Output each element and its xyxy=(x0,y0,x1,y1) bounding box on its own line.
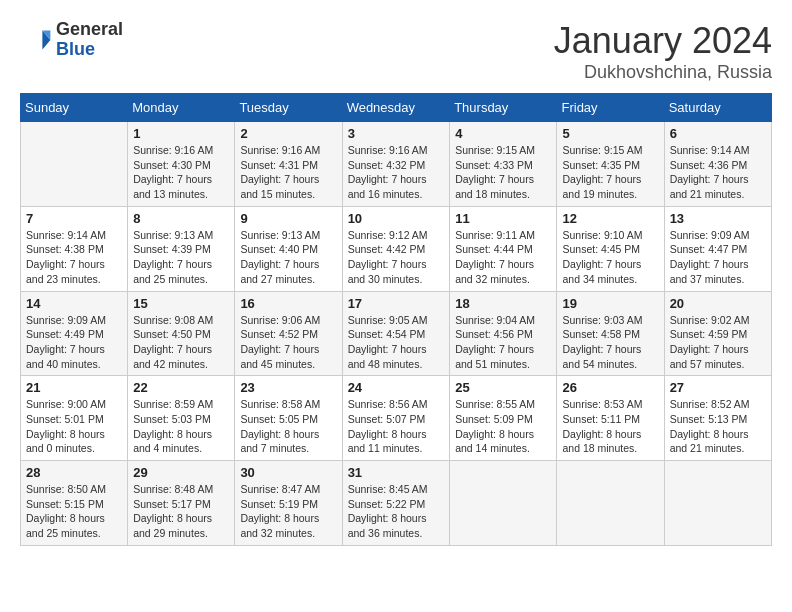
day-number: 23 xyxy=(240,380,336,395)
day-number: 5 xyxy=(562,126,658,141)
day-info: Sunrise: 8:52 AMSunset: 5:13 PMDaylight:… xyxy=(670,397,766,456)
calendar-week-row: 7Sunrise: 9:14 AMSunset: 4:38 PMDaylight… xyxy=(21,206,772,291)
calendar-cell: 12Sunrise: 9:10 AMSunset: 4:45 PMDayligh… xyxy=(557,206,664,291)
day-info: Sunrise: 9:08 AMSunset: 4:50 PMDaylight:… xyxy=(133,313,229,372)
day-number: 22 xyxy=(133,380,229,395)
day-of-week-header: Sunday xyxy=(21,94,128,122)
calendar-cell: 13Sunrise: 9:09 AMSunset: 4:47 PMDayligh… xyxy=(664,206,771,291)
logo-blue-text: Blue xyxy=(56,39,95,59)
day-number: 7 xyxy=(26,211,122,226)
day-info: Sunrise: 9:13 AMSunset: 4:40 PMDaylight:… xyxy=(240,228,336,287)
calendar-cell: 3Sunrise: 9:16 AMSunset: 4:32 PMDaylight… xyxy=(342,122,450,207)
calendar-cell: 21Sunrise: 9:00 AMSunset: 5:01 PMDayligh… xyxy=(21,376,128,461)
day-number: 15 xyxy=(133,296,229,311)
day-number: 27 xyxy=(670,380,766,395)
day-info: Sunrise: 8:56 AMSunset: 5:07 PMDaylight:… xyxy=(348,397,445,456)
calendar-cell: 18Sunrise: 9:04 AMSunset: 4:56 PMDayligh… xyxy=(450,291,557,376)
calendar-week-row: 21Sunrise: 9:00 AMSunset: 5:01 PMDayligh… xyxy=(21,376,772,461)
day-info: Sunrise: 9:06 AMSunset: 4:52 PMDaylight:… xyxy=(240,313,336,372)
calendar-week-row: 14Sunrise: 9:09 AMSunset: 4:49 PMDayligh… xyxy=(21,291,772,376)
day-info: Sunrise: 8:48 AMSunset: 5:17 PMDaylight:… xyxy=(133,482,229,541)
calendar-cell: 20Sunrise: 9:02 AMSunset: 4:59 PMDayligh… xyxy=(664,291,771,376)
logo-icon xyxy=(20,24,52,56)
day-number: 4 xyxy=(455,126,551,141)
day-number: 14 xyxy=(26,296,122,311)
day-of-week-header: Tuesday xyxy=(235,94,342,122)
calendar-cell: 4Sunrise: 9:15 AMSunset: 4:33 PMDaylight… xyxy=(450,122,557,207)
page-header: General Blue January 2024 Dukhovshchina,… xyxy=(20,20,772,83)
day-number: 29 xyxy=(133,465,229,480)
day-number: 25 xyxy=(455,380,551,395)
calendar-cell xyxy=(664,461,771,546)
calendar-cell: 9Sunrise: 9:13 AMSunset: 4:40 PMDaylight… xyxy=(235,206,342,291)
calendar-cell xyxy=(450,461,557,546)
day-number: 31 xyxy=(348,465,445,480)
header-row: SundayMondayTuesdayWednesdayThursdayFrid… xyxy=(21,94,772,122)
day-of-week-header: Monday xyxy=(128,94,235,122)
calendar-cell xyxy=(21,122,128,207)
logo-general-text: General xyxy=(56,19,123,39)
logo-text: General Blue xyxy=(56,20,123,60)
calendar-cell: 24Sunrise: 8:56 AMSunset: 5:07 PMDayligh… xyxy=(342,376,450,461)
calendar-location: Dukhovshchina, Russia xyxy=(554,62,772,83)
day-info: Sunrise: 8:55 AMSunset: 5:09 PMDaylight:… xyxy=(455,397,551,456)
day-info: Sunrise: 8:47 AMSunset: 5:19 PMDaylight:… xyxy=(240,482,336,541)
day-of-week-header: Saturday xyxy=(664,94,771,122)
calendar-cell: 28Sunrise: 8:50 AMSunset: 5:15 PMDayligh… xyxy=(21,461,128,546)
day-number: 13 xyxy=(670,211,766,226)
calendar-cell: 17Sunrise: 9:05 AMSunset: 4:54 PMDayligh… xyxy=(342,291,450,376)
logo: General Blue xyxy=(20,20,123,60)
calendar-cell xyxy=(557,461,664,546)
calendar-cell: 5Sunrise: 9:15 AMSunset: 4:35 PMDaylight… xyxy=(557,122,664,207)
day-number: 12 xyxy=(562,211,658,226)
day-info: Sunrise: 9:14 AMSunset: 4:36 PMDaylight:… xyxy=(670,143,766,202)
day-number: 2 xyxy=(240,126,336,141)
day-info: Sunrise: 9:13 AMSunset: 4:39 PMDaylight:… xyxy=(133,228,229,287)
calendar-cell: 8Sunrise: 9:13 AMSunset: 4:39 PMDaylight… xyxy=(128,206,235,291)
day-info: Sunrise: 9:14 AMSunset: 4:38 PMDaylight:… xyxy=(26,228,122,287)
day-number: 6 xyxy=(670,126,766,141)
calendar-table: SundayMondayTuesdayWednesdayThursdayFrid… xyxy=(20,93,772,546)
day-info: Sunrise: 9:16 AMSunset: 4:31 PMDaylight:… xyxy=(240,143,336,202)
calendar-cell: 16Sunrise: 9:06 AMSunset: 4:52 PMDayligh… xyxy=(235,291,342,376)
calendar-cell: 14Sunrise: 9:09 AMSunset: 4:49 PMDayligh… xyxy=(21,291,128,376)
calendar-cell: 15Sunrise: 9:08 AMSunset: 4:50 PMDayligh… xyxy=(128,291,235,376)
day-info: Sunrise: 9:12 AMSunset: 4:42 PMDaylight:… xyxy=(348,228,445,287)
title-block: January 2024 Dukhovshchina, Russia xyxy=(554,20,772,83)
day-info: Sunrise: 9:05 AMSunset: 4:54 PMDaylight:… xyxy=(348,313,445,372)
calendar-cell: 2Sunrise: 9:16 AMSunset: 4:31 PMDaylight… xyxy=(235,122,342,207)
day-number: 17 xyxy=(348,296,445,311)
calendar-cell: 7Sunrise: 9:14 AMSunset: 4:38 PMDaylight… xyxy=(21,206,128,291)
day-number: 16 xyxy=(240,296,336,311)
day-number: 18 xyxy=(455,296,551,311)
day-number: 8 xyxy=(133,211,229,226)
day-info: Sunrise: 9:15 AMSunset: 4:33 PMDaylight:… xyxy=(455,143,551,202)
day-number: 11 xyxy=(455,211,551,226)
calendar-cell: 29Sunrise: 8:48 AMSunset: 5:17 PMDayligh… xyxy=(128,461,235,546)
day-info: Sunrise: 9:16 AMSunset: 4:30 PMDaylight:… xyxy=(133,143,229,202)
calendar-cell: 31Sunrise: 8:45 AMSunset: 5:22 PMDayligh… xyxy=(342,461,450,546)
calendar-title: January 2024 xyxy=(554,20,772,62)
day-info: Sunrise: 9:16 AMSunset: 4:32 PMDaylight:… xyxy=(348,143,445,202)
calendar-cell: 22Sunrise: 8:59 AMSunset: 5:03 PMDayligh… xyxy=(128,376,235,461)
day-number: 30 xyxy=(240,465,336,480)
calendar-cell: 23Sunrise: 8:58 AMSunset: 5:05 PMDayligh… xyxy=(235,376,342,461)
day-info: Sunrise: 9:11 AMSunset: 4:44 PMDaylight:… xyxy=(455,228,551,287)
calendar-cell: 11Sunrise: 9:11 AMSunset: 4:44 PMDayligh… xyxy=(450,206,557,291)
day-info: Sunrise: 9:02 AMSunset: 4:59 PMDaylight:… xyxy=(670,313,766,372)
day-of-week-header: Wednesday xyxy=(342,94,450,122)
day-info: Sunrise: 8:58 AMSunset: 5:05 PMDaylight:… xyxy=(240,397,336,456)
day-info: Sunrise: 8:45 AMSunset: 5:22 PMDaylight:… xyxy=(348,482,445,541)
day-number: 26 xyxy=(562,380,658,395)
day-info: Sunrise: 9:03 AMSunset: 4:58 PMDaylight:… xyxy=(562,313,658,372)
day-info: Sunrise: 9:10 AMSunset: 4:45 PMDaylight:… xyxy=(562,228,658,287)
day-info: Sunrise: 9:15 AMSunset: 4:35 PMDaylight:… xyxy=(562,143,658,202)
day-info: Sunrise: 9:09 AMSunset: 4:47 PMDaylight:… xyxy=(670,228,766,287)
day-of-week-header: Thursday xyxy=(450,94,557,122)
day-number: 28 xyxy=(26,465,122,480)
day-info: Sunrise: 8:53 AMSunset: 5:11 PMDaylight:… xyxy=(562,397,658,456)
day-info: Sunrise: 9:04 AMSunset: 4:56 PMDaylight:… xyxy=(455,313,551,372)
calendar-week-row: 1Sunrise: 9:16 AMSunset: 4:30 PMDaylight… xyxy=(21,122,772,207)
day-number: 21 xyxy=(26,380,122,395)
day-number: 3 xyxy=(348,126,445,141)
